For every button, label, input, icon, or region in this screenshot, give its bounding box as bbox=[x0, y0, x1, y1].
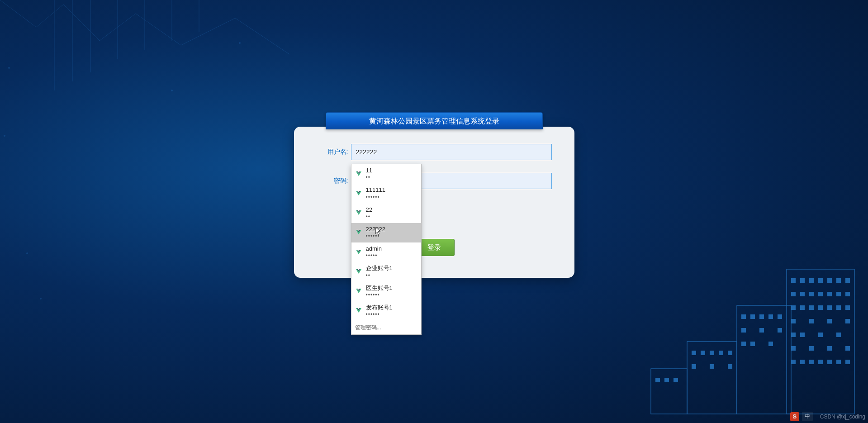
svg-rect-53 bbox=[818, 360, 823, 364]
vue-icon bbox=[355, 229, 362, 236]
vue-icon bbox=[355, 249, 362, 256]
svg-rect-46 bbox=[791, 346, 796, 351]
autocomplete-item[interactable]: 222222•••••• bbox=[351, 223, 421, 242]
svg-rect-42 bbox=[791, 333, 796, 337]
svg-rect-15 bbox=[687, 342, 737, 414]
svg-rect-34 bbox=[818, 305, 823, 310]
svg-rect-74 bbox=[710, 364, 714, 369]
svg-rect-22 bbox=[836, 278, 841, 283]
autocomplete-password-mask: •• bbox=[366, 174, 372, 181]
vue-icon bbox=[355, 209, 362, 217]
svg-rect-19 bbox=[809, 278, 814, 283]
svg-rect-36 bbox=[836, 305, 841, 310]
svg-rect-41 bbox=[845, 319, 850, 323]
svg-rect-16 bbox=[651, 369, 687, 414]
svg-rect-55 bbox=[836, 360, 841, 364]
vue-icon bbox=[355, 190, 362, 197]
autocomplete-username: admin bbox=[366, 245, 382, 252]
ime-language-indicator[interactable]: 中 bbox=[802, 412, 813, 421]
svg-rect-25 bbox=[800, 292, 805, 296]
watermark-text: CSDN @xj_coding bbox=[820, 413, 865, 420]
svg-rect-54 bbox=[827, 360, 832, 364]
svg-rect-76 bbox=[655, 378, 660, 382]
svg-rect-21 bbox=[827, 278, 832, 283]
autocomplete-item[interactable]: 11•• bbox=[351, 164, 421, 184]
svg-rect-59 bbox=[759, 314, 764, 319]
svg-rect-49 bbox=[845, 346, 850, 351]
svg-rect-39 bbox=[809, 319, 814, 323]
svg-point-11 bbox=[239, 42, 241, 44]
login-container: 黄河森林公园景区票务管理信息系统登录 用户名: 11••111111••••••… bbox=[294, 112, 574, 278]
autocomplete-username: 222222 bbox=[366, 226, 385, 233]
svg-rect-33 bbox=[809, 305, 814, 310]
svg-rect-56 bbox=[845, 360, 850, 364]
svg-point-12 bbox=[4, 135, 5, 137]
autocomplete-username: 11 bbox=[366, 167, 372, 174]
svg-rect-67 bbox=[768, 342, 773, 346]
svg-rect-45 bbox=[836, 333, 841, 337]
svg-rect-65 bbox=[741, 342, 746, 346]
svg-rect-78 bbox=[674, 378, 678, 382]
svg-rect-63 bbox=[759, 328, 764, 333]
svg-rect-32 bbox=[800, 305, 805, 310]
autocomplete-username: 医生账号1 bbox=[366, 285, 393, 292]
login-panel: 用户名: 11••111111••••••22••222222••••••adm… bbox=[294, 127, 574, 278]
autocomplete-password-mask: •• bbox=[366, 272, 393, 279]
autocomplete-password-mask: ••••• bbox=[366, 252, 382, 259]
svg-rect-40 bbox=[827, 319, 832, 323]
autocomplete-password-mask: •••••• bbox=[366, 233, 385, 240]
svg-rect-75 bbox=[728, 364, 732, 369]
svg-rect-51 bbox=[800, 360, 805, 364]
autocomplete-manage-passwords[interactable]: 管理密码... bbox=[351, 321, 421, 334]
svg-rect-57 bbox=[741, 314, 746, 319]
autocomplete-username: 发布账号1 bbox=[366, 304, 393, 311]
autocomplete-password-mask: •••••• bbox=[366, 292, 393, 299]
svg-rect-68 bbox=[692, 351, 696, 355]
svg-rect-70 bbox=[710, 351, 714, 355]
svg-rect-20 bbox=[818, 278, 823, 283]
svg-rect-71 bbox=[719, 351, 723, 355]
autocomplete-item[interactable]: 医生账号1•••••• bbox=[351, 282, 421, 301]
svg-rect-27 bbox=[818, 292, 823, 296]
svg-rect-77 bbox=[664, 378, 669, 382]
svg-rect-61 bbox=[778, 314, 782, 319]
svg-rect-26 bbox=[809, 292, 814, 296]
svg-rect-62 bbox=[741, 328, 746, 333]
autocomplete-list[interactable]: 11••111111••••••22••222222••••••admin•••… bbox=[351, 164, 421, 321]
svg-rect-64 bbox=[778, 328, 782, 333]
autocomplete-item[interactable]: admin••••• bbox=[351, 242, 421, 262]
ime-badge-icon[interactable]: S bbox=[790, 412, 799, 421]
autocomplete-item[interactable]: 发布账号1•••••• bbox=[351, 301, 421, 321]
svg-rect-52 bbox=[809, 360, 814, 364]
svg-rect-60 bbox=[768, 314, 773, 319]
svg-rect-73 bbox=[692, 364, 696, 369]
svg-point-8 bbox=[26, 252, 28, 254]
svg-rect-17 bbox=[791, 278, 796, 283]
svg-rect-18 bbox=[800, 278, 805, 283]
svg-rect-66 bbox=[750, 342, 755, 346]
vue-icon bbox=[355, 268, 362, 276]
autocomplete-username: 企业账号1 bbox=[366, 265, 393, 272]
svg-rect-37 bbox=[845, 305, 850, 310]
svg-rect-69 bbox=[701, 351, 705, 355]
svg-rect-24 bbox=[791, 292, 796, 296]
svg-rect-38 bbox=[791, 319, 796, 323]
svg-rect-58 bbox=[750, 314, 755, 319]
svg-rect-44 bbox=[818, 333, 823, 337]
autocomplete-password-mask: •••••• bbox=[366, 311, 393, 318]
autocomplete-username: 111111 bbox=[366, 186, 385, 194]
vue-icon bbox=[355, 288, 362, 295]
svg-point-9 bbox=[171, 90, 173, 91]
svg-rect-47 bbox=[809, 346, 814, 351]
login-title: 黄河森林公园景区票务管理信息系统登录 bbox=[326, 112, 543, 129]
autocomplete-item[interactable]: 企业账号1•• bbox=[351, 262, 421, 281]
username-label: 用户名: bbox=[317, 148, 348, 156]
autocomplete-item[interactable]: 22•• bbox=[351, 204, 421, 223]
autocomplete-password-mask: •••••• bbox=[366, 194, 385, 201]
svg-rect-72 bbox=[728, 351, 732, 355]
svg-rect-30 bbox=[845, 292, 850, 296]
svg-rect-48 bbox=[827, 346, 832, 351]
autocomplete-item[interactable]: 111111•••••• bbox=[351, 184, 421, 203]
autocomplete-dropdown[interactable]: 11••111111••••••22••222222••••••admin•••… bbox=[351, 164, 422, 335]
username-input[interactable] bbox=[351, 144, 552, 160]
